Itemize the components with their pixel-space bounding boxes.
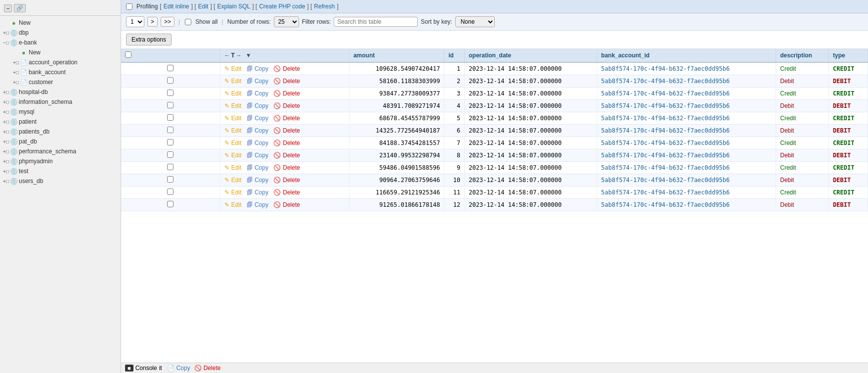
edit-link[interactable]: Edit xyxy=(231,127,242,134)
edit-link[interactable]: Edit xyxy=(231,177,242,184)
th-bank-account-id[interactable]: bank_account_id xyxy=(597,49,776,62)
delete-link[interactable]: Delete xyxy=(283,102,300,109)
copy-link[interactable]: Copy xyxy=(255,152,268,159)
edit-link[interactable]: Edit xyxy=(198,3,209,10)
delete-link[interactable]: Delete xyxy=(283,90,300,97)
row-checkbox[interactable] xyxy=(167,176,174,183)
page-select[interactable]: 1 xyxy=(126,16,144,27)
search-input[interactable] xyxy=(334,17,418,27)
sidebar-item-hospital-db[interactable]: +□ 💿 hospital-db xyxy=(0,87,121,97)
th-description[interactable]: description xyxy=(776,49,829,62)
row-checkbox[interactable] xyxy=(167,65,174,71)
copy-link[interactable]: Copy xyxy=(255,102,268,109)
delete-link[interactable]: Delete xyxy=(283,78,300,85)
delete-link[interactable]: Delete xyxy=(283,115,300,122)
refresh-link[interactable]: Refresh xyxy=(314,3,335,10)
sidebar-label-patients-db: patients_db xyxy=(19,128,49,135)
sidebar-item-new-top[interactable]: ● New xyxy=(0,18,121,28)
edit-pencil-icon: ✎ xyxy=(224,164,229,171)
row-checkbox[interactable] xyxy=(167,151,174,158)
nav-last-button[interactable]: >> xyxy=(161,17,174,27)
delete-link[interactable]: Delete xyxy=(283,152,300,159)
nav-next-button[interactable]: > xyxy=(147,17,158,27)
sidebar-item-users-db[interactable]: +□ 💿 users_db xyxy=(0,176,121,186)
copy-link[interactable]: Copy xyxy=(255,78,268,85)
copy-link[interactable]: Copy xyxy=(255,90,268,97)
delete-link[interactable]: Delete xyxy=(283,127,300,134)
link-button[interactable]: 🔗 xyxy=(14,4,26,12)
sidebar-item-test[interactable]: +□ 💿 test xyxy=(0,166,121,176)
sidebar-item-pat-db[interactable]: +□ 💿 pat_db xyxy=(0,137,121,146)
th-type[interactable]: type xyxy=(829,49,868,62)
sidebar-item-patient[interactable]: +□ 💿 patient xyxy=(0,117,121,127)
select-all-checkbox[interactable] xyxy=(125,51,131,58)
row-checkbox[interactable] xyxy=(167,90,174,96)
edit-link[interactable]: Edit xyxy=(231,152,242,159)
delete-link[interactable]: Delete xyxy=(283,65,300,72)
copy-link[interactable]: Copy xyxy=(255,201,268,208)
delete-link[interactable]: Delete xyxy=(283,189,300,196)
sidebar-item-new-ebank[interactable]: ● New xyxy=(10,47,121,57)
sidebar-item-performance-schema[interactable]: +□ 💿 performance_schema xyxy=(0,146,121,156)
delete-link[interactable]: Delete xyxy=(283,177,300,184)
sidebar-item-account-operation[interactable]: +□ 📄 account_operation xyxy=(10,57,121,67)
profiling-checkbox[interactable] xyxy=(126,3,132,10)
delete-link[interactable]: Delete xyxy=(283,164,300,171)
explain-sql-link[interactable]: Explain SQL xyxy=(217,3,250,10)
th-amount[interactable]: amount xyxy=(349,49,444,62)
sort-down-icon[interactable]: ▼ xyxy=(246,52,252,59)
num-rows-select[interactable]: 25 50 100 xyxy=(274,16,299,27)
extra-options-button[interactable]: Extra options xyxy=(126,34,172,46)
console-label: Console xyxy=(135,365,157,372)
console-delete-link[interactable]: Delete xyxy=(204,365,221,372)
row-checkbox[interactable] xyxy=(167,139,174,145)
sidebar-item-mysql[interactable]: +□ 💿 mysql xyxy=(0,107,121,117)
row-checkbox[interactable] xyxy=(167,77,174,84)
th-id[interactable]: id xyxy=(444,49,465,62)
row-checkbox[interactable] xyxy=(167,164,174,170)
copy-link[interactable]: Copy xyxy=(255,164,268,171)
row-checkbox[interactable] xyxy=(167,201,174,207)
show-all-checkbox[interactable] xyxy=(185,19,191,25)
row-checkbox[interactable] xyxy=(167,102,174,108)
cell-bank-account-id: 5ab8f574-170c-4f94-b632-f7aec0dd95b6 xyxy=(597,100,776,112)
edit-link[interactable]: Edit xyxy=(231,201,242,208)
sidebar-item-patients-db[interactable]: +□ 💿 patients_db xyxy=(0,127,121,137)
edit-link[interactable]: Edit xyxy=(231,90,242,97)
sidebar-item-customer[interactable]: +□ 📄 customer xyxy=(10,77,121,87)
sidebar-item-information-schema[interactable]: +□ 💿 information_schema xyxy=(0,97,121,107)
copy-link[interactable]: Copy xyxy=(255,65,268,72)
copy-link[interactable]: Copy xyxy=(255,127,268,134)
edit-inline-link[interactable]: Edit inline xyxy=(164,3,189,10)
edit-link[interactable]: Edit xyxy=(231,102,242,109)
th-operation-date[interactable]: operation_date xyxy=(465,49,597,62)
sort-select[interactable]: None xyxy=(455,16,495,27)
cell-id: 5 xyxy=(444,112,465,125)
edit-link[interactable]: Edit xyxy=(231,189,242,196)
sidebar-item-bank-account[interactable]: +□ 📄 bank_account xyxy=(10,67,121,77)
delete-link[interactable]: Delete xyxy=(283,140,300,146)
sidebar-item-ebank[interactable]: −□ 💿 e-bank xyxy=(0,38,121,47)
copy-link[interactable]: Copy xyxy=(255,189,268,196)
edit-link[interactable]: Edit xyxy=(231,164,242,171)
edit-link[interactable]: Edit xyxy=(231,78,242,85)
row-checkbox[interactable] xyxy=(167,114,174,121)
edit-link[interactable]: Edit xyxy=(231,65,242,72)
sidebar-item-phpmyadmin[interactable]: +□ 💿 phpmyadmin xyxy=(0,156,121,166)
cell-description: Debit xyxy=(776,125,829,137)
minimize-button[interactable]: − xyxy=(4,4,12,12)
row-checkbox[interactable] xyxy=(167,127,174,133)
delete-link[interactable]: Delete xyxy=(283,201,300,208)
edit-link[interactable]: Edit xyxy=(231,140,242,146)
sidebar-item-dbp[interactable]: +□ 💿 dbp xyxy=(0,28,121,38)
console-copy-link[interactable]: Copy xyxy=(176,365,190,372)
create-php-link[interactable]: Create PHP code xyxy=(259,3,305,10)
cell-id: 2 xyxy=(444,75,465,88)
sort-left-icon[interactable]: ← xyxy=(224,52,230,59)
copy-link[interactable]: Copy xyxy=(255,140,268,146)
edit-link[interactable]: Edit xyxy=(231,115,242,122)
copy-link[interactable]: Copy xyxy=(255,177,268,184)
sort-right-icon[interactable]: → xyxy=(236,52,242,59)
row-checkbox[interactable] xyxy=(167,188,174,195)
copy-link[interactable]: Copy xyxy=(255,115,268,122)
